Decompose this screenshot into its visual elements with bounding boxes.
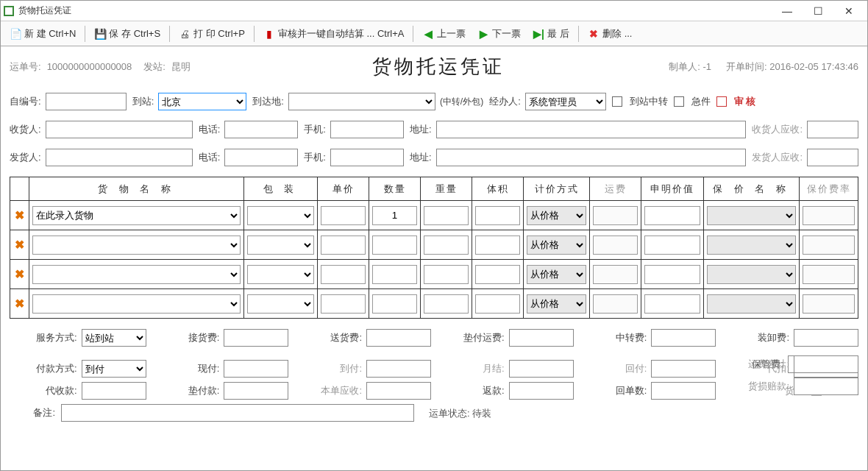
insure-select[interactable]	[707, 206, 796, 225]
receiver-mobile-input[interactable]	[330, 121, 404, 138]
row-delete-icon[interactable]: ✖	[15, 238, 24, 251]
declare-input[interactable]	[644, 236, 700, 255]
qty-input[interactable]	[372, 236, 417, 255]
pay-label: 付款方式:	[32, 362, 77, 375]
goods-select[interactable]	[32, 265, 241, 284]
volume-input[interactable]	[475, 236, 520, 255]
receiver-phone-input[interactable]	[224, 121, 298, 138]
audit-button[interactable]: ▮审核并一键自动结算 ... Ctrl+A	[259, 25, 409, 43]
save-button[interactable]: 💾保 存 Ctrl+S	[90, 25, 165, 43]
price-input[interactable]	[321, 236, 366, 255]
nowpay-input[interactable]	[224, 360, 288, 378]
maximize-button[interactable]: ☐	[803, 1, 833, 21]
receiver-due-label: 收货人应收:	[752, 123, 803, 136]
volume-input[interactable]	[475, 294, 520, 314]
receiver-input[interactable]	[46, 121, 193, 138]
transferfee-input[interactable]	[651, 329, 716, 347]
advance-label: 垫付款:	[174, 384, 219, 397]
receiver-addr-input[interactable]	[436, 121, 747, 138]
arrive-select[interactable]	[288, 93, 435, 110]
goods-select[interactable]: 在此录入货物	[32, 206, 241, 225]
calc-select[interactable]: 从价格	[527, 206, 586, 225]
audit-checkbox[interactable]	[716, 96, 727, 107]
thisdue-label: 本单应收:	[316, 384, 362, 397]
prev-button[interactable]: ◀上一票	[418, 25, 470, 43]
qty-input[interactable]	[372, 294, 417, 314]
app-icon	[4, 6, 14, 16]
declare-input[interactable]	[644, 206, 700, 225]
pack-select[interactable]	[247, 236, 314, 255]
transferfee-label: 中转费:	[601, 331, 647, 344]
goods-select[interactable]	[32, 294, 241, 314]
delivery-input[interactable]	[366, 329, 431, 347]
freight-input	[593, 294, 638, 314]
pack-select[interactable]	[247, 206, 314, 225]
pickup-input[interactable]	[224, 329, 288, 347]
insure-select[interactable]	[707, 236, 796, 255]
sender-addr-label: 地址:	[410, 151, 432, 164]
last-button[interactable]: ▶|最 后	[528, 25, 574, 43]
row-delete-icon[interactable]: ✖	[15, 209, 24, 222]
advance-input[interactable]	[224, 382, 288, 400]
advfreight-input[interactable]	[509, 329, 574, 347]
delete-button[interactable]: ✖删除 ...	[583, 25, 636, 43]
th-weight: 重量	[421, 177, 472, 201]
arrivepay-label: 到付:	[316, 362, 362, 375]
handler-select[interactable]: 系统管理员	[525, 93, 606, 110]
sender-input[interactable]	[46, 149, 193, 166]
volume-input[interactable]	[475, 265, 520, 284]
qty-input[interactable]	[372, 206, 417, 225]
weight-input[interactable]	[424, 206, 469, 225]
sender-phone-input[interactable]	[224, 149, 298, 166]
new-button[interactable]: 📄新 建 Ctrl+N	[5, 25, 80, 43]
calc-select[interactable]: 从价格	[527, 236, 586, 255]
service-select[interactable]: 站到站	[82, 329, 146, 347]
table-row: ✖从价格	[10, 289, 858, 319]
insure-select[interactable]	[707, 265, 796, 284]
pay-select[interactable]: 到付	[82, 360, 146, 378]
qty-input[interactable]	[372, 265, 417, 284]
collect-input[interactable]	[82, 382, 146, 400]
close-button[interactable]: ✕	[833, 1, 864, 21]
remark-input[interactable]	[61, 404, 414, 422]
goods-select[interactable]	[32, 236, 241, 255]
pack-select[interactable]	[247, 265, 314, 284]
price-input[interactable]	[321, 206, 366, 225]
origin-label: 发站:	[143, 60, 166, 74]
urgent-checkbox[interactable]	[674, 96, 684, 107]
next-button[interactable]: ▶下一票	[473, 25, 525, 43]
goods-table: 货 物 名 称 包 装 单价 数量 重量 体积 计价方式 运费 申明价值 保 价…	[10, 177, 858, 319]
open-time-value: 2016-02-05 17:43:46	[769, 61, 858, 72]
sender-mobile-input[interactable]	[330, 149, 404, 166]
weight-input[interactable]	[424, 236, 469, 255]
receipt-input[interactable]	[651, 382, 716, 400]
damagecomp-input	[794, 378, 858, 395]
titlebar: 货物托运凭证 — ☐ ✕	[1, 1, 867, 21]
volume-input[interactable]	[475, 206, 520, 225]
load-input[interactable]	[794, 329, 858, 347]
transfer-checkbox[interactable]	[612, 96, 622, 107]
declare-input[interactable]	[644, 294, 700, 314]
weight-input[interactable]	[424, 294, 469, 314]
price-input[interactable]	[321, 294, 366, 314]
insure-select[interactable]	[707, 294, 796, 314]
selfno-input[interactable]	[46, 93, 127, 110]
waybill-label: 运单号:	[10, 60, 41, 74]
price-input[interactable]	[321, 265, 366, 284]
th-calc: 计价方式	[524, 177, 590, 201]
sender-phone-label: 电话:	[199, 151, 221, 164]
print-button[interactable]: 🖨打 印 Ctrl+P	[174, 25, 249, 43]
weight-input[interactable]	[424, 265, 469, 284]
minimize-button[interactable]: —	[772, 1, 803, 21]
sender-row: 发货人: 电话: 手机: 地址: 发货人应收:	[10, 149, 858, 166]
dest-select[interactable]: 北京	[158, 93, 246, 110]
calc-select[interactable]: 从价格	[527, 294, 586, 314]
row-delete-icon[interactable]: ✖	[15, 268, 24, 280]
calc-select[interactable]: 从价格	[527, 265, 586, 284]
pack-select[interactable]	[247, 294, 314, 314]
row-delete-icon[interactable]: ✖	[15, 297, 24, 310]
declare-input[interactable]	[644, 265, 700, 284]
arrivepay-input	[366, 360, 431, 378]
sender-addr-input[interactable]	[436, 149, 747, 166]
refund-input[interactable]	[509, 382, 574, 400]
